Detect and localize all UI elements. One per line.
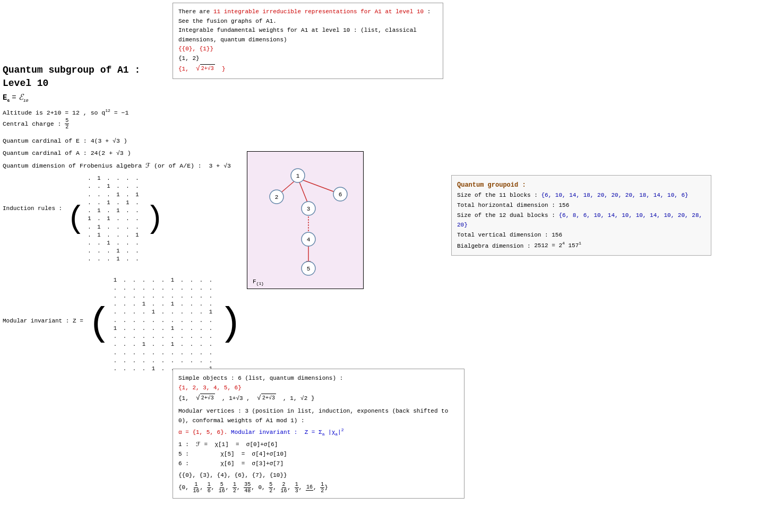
right-bracket: ) — [145, 203, 164, 235]
qg-title: Quantum groupoid : — [457, 180, 706, 190]
qg-line3: Size of the 12 dual blocks : {6, 8, 6, 1… — [457, 211, 706, 230]
bottom-line5: α = {1, 5, 6}. Modular invariant : Z = Σ… — [178, 426, 459, 438]
qg-line4: Total vertical dimension : 156 — [457, 230, 706, 240]
svg-line-2 — [298, 178, 338, 193]
qg-line1: Size of the 11 blocks : {6, 10, 14, 18, … — [457, 190, 706, 200]
bottom-sigma-lines: 1 : ℱ = χ[1] = σ[0]+σ[6] 5 : χ[5] = σ[4]… — [178, 440, 459, 468]
bottom-weights-line: {0, 116, 16, 516, 12, 3548, 0, 52, 216, … — [178, 482, 459, 494]
top-line1-highlight: 11 integrable irreducible representation… — [213, 8, 424, 15]
modular-label: Modular invariant : Z = — [3, 275, 83, 324]
mod-left-bracket: ( — [88, 304, 111, 344]
svg-text:2: 2 — [275, 194, 279, 200]
bottom-line3: {1, √2+√3 , 1+√3 , √2+√3 , 1, √2 } — [178, 393, 459, 404]
e6-label: E6 — [3, 93, 10, 103]
main-title-line2: Level 10 — [3, 77, 242, 90]
modular-section: Modular invariant : Z = ( 1.....1.... ..… — [3, 275, 242, 374]
qg-line5: Bialgebra dimension : 2512 = 24 1571 — [457, 240, 706, 251]
svg-text:4: 4 — [307, 237, 311, 243]
top-line1-pre: There are — [178, 8, 213, 15]
graph-label: F{1} — [253, 278, 264, 286]
mod-right-bracket: ) — [219, 304, 243, 344]
qg-box: Quantum groupoid : Size of the 11 blocks… — [451, 175, 711, 256]
quantum-dim: Quantum dimension of Frobenius algebra ℱ… — [3, 162, 242, 169]
equals: = — [12, 93, 16, 102]
sigma-line-6: 6 : χ[6] = σ[3]+σ[7] — [178, 459, 459, 468]
left-bracket: ( — [66, 203, 85, 235]
quantum-card-e: Quantum cardinal of E : 4(3 + √3 ) — [3, 137, 242, 144]
altitude-line: Altitude is 2+10 = 12 , so q12 = −1 — [3, 108, 242, 116]
quantum-card-a: Quantum cardinal of A : 24(2 + √3 ) — [3, 150, 242, 156]
induction-matrix-inner: .1.... ..1... ...1.1 ..1.1. .1.1.. 1.1..… — [85, 173, 145, 264]
bottom-line2: {1, 2, 3, 4, 5, 6} — [178, 383, 459, 393]
central-charge-frac: 52 — [65, 118, 69, 130]
bottom-set-line: {{0}, {3}, {4}, {6}, {7}, {10}} — [178, 470, 459, 480]
svg-text:5: 5 — [307, 266, 311, 272]
graph-svg: 1 2 6 3 4 5 — [247, 152, 364, 290]
qg-line2: Total horizontal dimension : 156 — [457, 200, 706, 211]
sigma-line-5: 5 : χ[5] = σ[4]+σ[10] — [178, 449, 459, 459]
main-content: Quantum subgroup of A1 : Level 10 E6 = ℰ… — [3, 64, 242, 374]
top-line3: {{0}, {1}} — [178, 45, 437, 54]
svg-text:3: 3 — [307, 206, 311, 212]
main-title-line1: Quantum subgroup of A1 : — [3, 64, 242, 77]
induction-matrix: ( .1.... ..1... ...1.1 ..1.1. .1.1.. 1.1… — [66, 173, 164, 264]
svg-text:1: 1 — [296, 173, 300, 179]
top-line1: There are 11 integrable irreducible repr… — [178, 7, 437, 26]
bottom-info-box: Simple objects : 6 (list, quantum dimens… — [173, 369, 464, 499]
modular-matrix: ( 1.....1.... ........... ........... ..… — [88, 275, 243, 374]
induction-label: Induction rules : — [3, 173, 62, 212]
induction-rules-section: Induction rules : ( .1.... ..1... ...1.1… — [3, 173, 242, 264]
calE-label: ℰ10 — [19, 92, 29, 103]
bottom-line1: Simple objects : 6 (list, quantum dimens… — [178, 373, 459, 383]
graph-area: 1 2 6 3 4 5 F{1} — [247, 151, 364, 289]
central-charge-line: Central charge : 52 — [3, 118, 242, 130]
bottom-line4: Modular vertices : 3 (position in list, … — [178, 406, 459, 425]
sigma-line-1: 1 : ℱ = χ[1] = σ[0]+σ[6] — [178, 440, 459, 449]
svg-text:6: 6 — [339, 191, 342, 198]
top-line4: {1, 2} — [178, 54, 437, 64]
top-line2: Integrable fundamental weights for A1 at… — [178, 26, 437, 45]
e6-line: E6 = ℰ10 — [3, 92, 242, 103]
modular-matrix-inner: 1.....1.... ........... ........... ...1… — [111, 275, 219, 374]
